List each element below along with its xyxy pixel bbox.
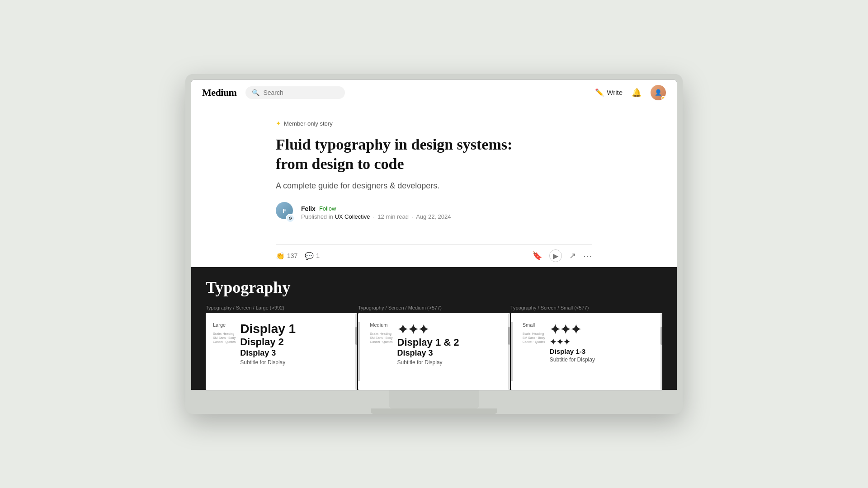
col1-scrollbar[interactable]: [355, 313, 357, 390]
publication-link[interactable]: UX Collective: [335, 213, 370, 220]
col1-d2: Display 2: [240, 336, 350, 348]
col3-sub: Subtitle for Display: [550, 356, 655, 364]
col3-ast1: ✦✦✦: [550, 322, 655, 337]
typography-title: Typography: [206, 278, 662, 297]
more-button[interactable]: ···: [583, 251, 592, 261]
typography-col-large: Large Scale: Heading SM Sans · Body Canc…: [206, 313, 357, 390]
author-meta: Published in UX Collective · 12 min read…: [301, 213, 451, 220]
search-input[interactable]: [263, 89, 339, 96]
col3-header: Typography / Screen / Small (<577): [510, 302, 662, 313]
col1-size-label: Large: [213, 322, 236, 328]
play-button[interactable]: ▶: [549, 249, 562, 262]
col2-left-bar: [358, 322, 360, 381]
actions-bar: 👏 137 💬 1 🔖 ▶ ↗ ···: [276, 244, 592, 267]
search-bar[interactable]: 🔍: [245, 86, 345, 99]
col3-ast2: ✦✦✦: [550, 337, 655, 347]
actions-right: 🔖 ▶ ↗ ···: [532, 249, 592, 262]
comment-icon: 💬: [305, 252, 314, 260]
author-row: F ⚙ Felix Follow Published in UX Collect…: [276, 202, 592, 223]
clap-button[interactable]: 👏 137: [276, 252, 297, 260]
col2-ast1: ✦✦✦: [397, 322, 503, 337]
typography-col-medium: Medium Scale: Heading SM Sans · Body Can…: [358, 313, 509, 390]
col2-scrollbar[interactable]: [508, 313, 510, 390]
member-badge: ✦ Member-only story: [276, 120, 592, 127]
share-button[interactable]: ↗: [569, 251, 576, 261]
nav-right-actions: ✏️ Write 🔔 👤: [595, 85, 666, 100]
avatar[interactable]: 👤: [651, 85, 666, 100]
columns-header: Typography / Screen / Large (>992) Typog…: [206, 302, 662, 313]
col3-mini-labels: Scale: Heading SM Sans · Body Cancel · Q…: [523, 332, 545, 343]
author-info: Felix Follow Published in UX Collective …: [301, 205, 451, 220]
col2-sub: Subtitle for Display: [397, 359, 503, 366]
col1-d1: Display 1: [240, 322, 350, 336]
follow-button[interactable]: Follow: [319, 205, 336, 212]
write-icon: ✏️: [595, 88, 604, 97]
col3-scrollbar[interactable]: [660, 313, 662, 390]
col1-mini-labels: Scale: Heading SM Sans · Body Cancel · Q…: [213, 332, 236, 343]
col3-size-label: Small: [523, 322, 545, 328]
author-name[interactable]: Felix: [301, 205, 316, 212]
write-button[interactable]: ✏️ Write: [595, 88, 623, 97]
col2-d3: Display 3: [397, 348, 503, 358]
comment-button[interactable]: 💬 1: [305, 252, 320, 260]
col1-d3: Display 3: [240, 348, 350, 358]
actions-left: 👏 137 💬 1: [276, 252, 320, 260]
col2-header: Typography / Screen / Medium (>577): [358, 302, 510, 313]
site-logo[interactable]: Medium: [202, 87, 236, 99]
author-avatar-badge: ⚙: [286, 214, 295, 223]
article-subtitle: A complete guide for designers & develop…: [276, 180, 592, 192]
col3-left-bar: [511, 322, 513, 381]
clap-icon: 👏: [276, 252, 285, 260]
dark-section: Typography Typography / Screen / Large (…: [191, 267, 677, 390]
article-title: Fluid typography in design systems: from…: [276, 135, 592, 174]
col1-header: Typography / Screen / Large (>992): [206, 302, 358, 313]
bookmark-button[interactable]: 🔖: [532, 251, 542, 261]
col2-size-label: Medium: [370, 322, 392, 328]
article-header: ✦ Member-only story Fluid typography in …: [276, 105, 592, 244]
col1-sub: Subtitle for Display: [240, 359, 350, 366]
col3-d1: Display 1-3: [550, 347, 655, 356]
avatar-badge: [661, 96, 666, 100]
star-icon: ✦: [276, 120, 281, 127]
typography-col-small: Small Scale: Heading SM Sans · Body Canc…: [511, 313, 662, 390]
col2-d1: Display 1 & 2: [397, 337, 503, 348]
typography-columns: Large Scale: Heading SM Sans · Body Canc…: [206, 313, 662, 390]
navbar: Medium 🔍 ✏️ Write 🔔 👤: [191, 80, 677, 105]
col2-mini-labels: Scale: Heading SM Sans · Body Cancel · Q…: [370, 332, 392, 343]
search-icon: 🔍: [252, 89, 259, 96]
notification-bell[interactable]: 🔔: [632, 88, 642, 98]
